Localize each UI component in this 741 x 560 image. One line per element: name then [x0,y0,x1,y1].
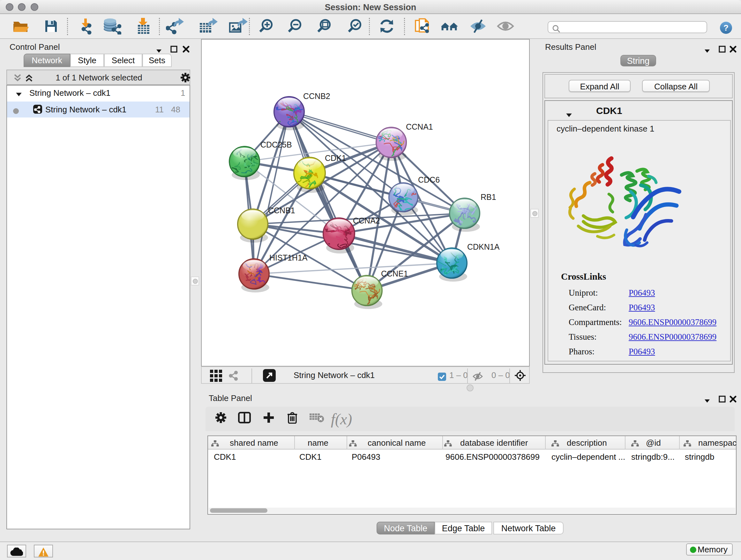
svg-text:CDK1: CDK1 [325,153,346,163]
svg-text:CCNA2: CCNA2 [353,216,380,225]
svg-text:CCNA1: CCNA1 [406,122,433,131]
svg-text:CCNB2: CCNB2 [303,91,330,101]
svg-text:RB1: RB1 [481,192,496,201]
svg-text:CCNB1: CCNB1 [268,206,295,215]
svg-text:HIST1H1A: HIST1H1A [269,253,308,262]
svg-text:CDC6: CDC6 [418,175,440,184]
svg-text:CDC25B: CDC25B [260,140,292,149]
svg-text:CCNE1: CCNE1 [381,269,408,278]
svg-text:CDKN1A: CDKN1A [467,242,500,251]
